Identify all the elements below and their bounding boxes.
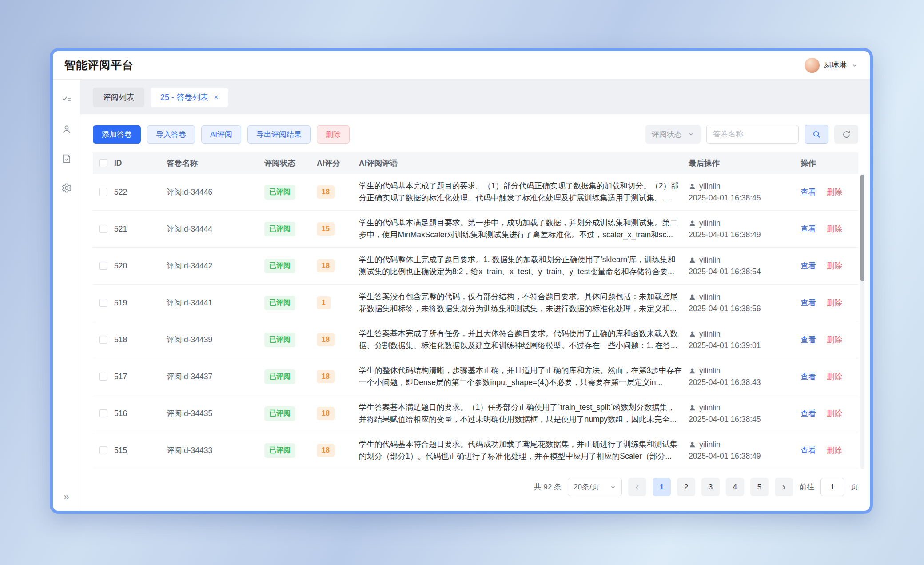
row-time: 2025-04-01 16:38:54 <box>689 267 794 276</box>
row-last-op: yilinlin 2025-04-01 16:38:49 <box>689 440 801 461</box>
pagination: 共 92 条 20条/页 ‹ 12345 › 前往 页 <box>80 478 858 496</box>
delete-link[interactable]: 删除 <box>827 371 842 382</box>
close-icon[interactable]: × <box>214 93 219 102</box>
row-name: 评阅id-34435 <box>167 408 264 419</box>
row-checkbox[interactable] <box>99 225 107 233</box>
page-size-select[interactable]: 20条/页 <box>568 478 622 496</box>
score-badge: 15 <box>317 222 335 236</box>
settings-icon[interactable] <box>61 183 72 193</box>
row-checkbox[interactable] <box>99 373 107 381</box>
document-check-icon[interactable] <box>61 153 72 164</box>
row-operator: yilinlin <box>699 293 721 302</box>
row-checkbox[interactable] <box>99 299 107 307</box>
tasks-icon[interactable] <box>61 95 72 105</box>
row-checkbox[interactable] <box>99 188 107 196</box>
row-last-op: yilinlin 2025-04-01 16:38:43 <box>689 366 801 387</box>
user-menu[interactable]: 易琳琳 <box>805 58 858 73</box>
view-link[interactable]: 查看 <box>801 187 816 197</box>
row-checkbox[interactable] <box>99 262 107 270</box>
export-results-button[interactable]: 导出评阅结果 <box>247 125 311 144</box>
row-last-op: yilinlin 2025-04-01 16:38:56 <box>689 293 801 313</box>
scrollbar-thumb[interactable] <box>860 175 864 281</box>
status-badge: 已评阅 <box>264 443 295 458</box>
add-answer-button[interactable]: 添加答卷 <box>93 125 141 144</box>
status-badge: 已评阅 <box>264 259 295 273</box>
page-title: 智能评阅平台 <box>64 58 134 72</box>
row-id: 522 <box>114 188 167 197</box>
main-area: 评阅列表 25 - 答卷列表 × 添加答卷 导入答卷 AI评阅 导出评阅结果 删… <box>80 80 870 511</box>
page-button-3[interactable]: 3 <box>701 478 720 496</box>
page-unit-label: 页 <box>851 482 858 492</box>
sidebar-expand-icon[interactable]: » <box>64 491 69 503</box>
tab-answer-list[interactable]: 25 - 答卷列表 × <box>151 88 228 107</box>
row-checkbox[interactable] <box>99 446 107 454</box>
tab-review-list[interactable]: 评阅列表 <box>93 88 144 107</box>
goto-page-input[interactable] <box>820 478 844 496</box>
delete-link[interactable]: 删除 <box>827 408 842 419</box>
search-button[interactable] <box>805 125 828 144</box>
row-id: 520 <box>114 261 167 271</box>
table-row: 517 评阅id-34437 已评阅 18 学生的整体代码结构清晰，步骤基本正确… <box>93 358 858 395</box>
view-link[interactable]: 查看 <box>801 260 816 271</box>
row-name: 评阅id-34444 <box>167 224 264 234</box>
import-answer-button[interactable]: 导入答卷 <box>147 125 195 144</box>
search-input[interactable] <box>706 125 799 144</box>
table-row: 515 评阅id-34433 已评阅 18 学生的代码基本符合题目要求。代码成功… <box>93 432 858 469</box>
row-name: 评阅id-34441 <box>167 297 264 308</box>
row-id: 521 <box>114 224 167 234</box>
col-comment: AI评阅评语 <box>359 158 689 168</box>
user-icon[interactable] <box>61 124 72 135</box>
table-body: 522 评阅id-34446 已评阅 18 学生的代码基本完成了题目的要求。（1… <box>93 174 858 469</box>
row-comment: 学生答案基本完成了所有任务，并且大体符合题目要求。代码使用了正确的库和函数来载入… <box>359 329 678 350</box>
delete-link[interactable]: 删除 <box>827 224 842 234</box>
refresh-icon <box>842 130 851 139</box>
next-page-button[interactable]: › <box>775 478 793 496</box>
page-button-5[interactable]: 5 <box>750 478 769 496</box>
view-link[interactable]: 查看 <box>801 334 816 345</box>
view-link[interactable]: 查看 <box>801 224 816 234</box>
page-button-2[interactable]: 2 <box>677 478 695 496</box>
page-button-1[interactable]: 1 <box>653 478 671 496</box>
row-checkbox[interactable] <box>99 409 107 417</box>
status-filter-select[interactable]: 评阅状态 <box>645 125 701 144</box>
row-operator: yilinlin <box>699 403 721 413</box>
view-link[interactable]: 查看 <box>801 297 816 308</box>
select-all-checkbox[interactable] <box>99 159 107 167</box>
prev-page-button[interactable]: ‹ <box>628 478 646 496</box>
search-icon <box>812 130 821 139</box>
row-last-op: yilinlin 2025-04-01 16:39:01 <box>689 329 801 350</box>
row-id: 519 <box>114 298 167 308</box>
refresh-button[interactable] <box>834 125 858 144</box>
row-name: 评阅id-34439 <box>167 334 264 345</box>
row-operator: yilinlin <box>699 329 721 339</box>
row-operator: yilinlin <box>699 256 721 265</box>
delete-link[interactable]: 删除 <box>827 260 842 271</box>
table-row: 521 评阅id-34444 已评阅 15 学生的代码基本满足题目要求。第一步中… <box>93 211 858 248</box>
row-comment: 学生的代码基本符合题目要求。代码成功加载了鸢尾花数据集，并正确进行了训练集和测试… <box>359 440 678 461</box>
view-link[interactable]: 查看 <box>801 408 816 419</box>
delete-link[interactable]: 删除 <box>827 334 842 345</box>
delete-link[interactable]: 删除 <box>827 297 842 308</box>
avatar[interactable] <box>805 58 820 73</box>
table-scrollbar[interactable] <box>860 174 864 469</box>
delete-link[interactable]: 删除 <box>827 187 842 197</box>
row-checkbox[interactable] <box>99 336 107 344</box>
page-button-4[interactable]: 4 <box>726 478 744 496</box>
delete-button[interactable]: 删除 <box>317 125 350 144</box>
row-id: 516 <box>114 409 167 418</box>
status-badge: 已评阅 <box>264 333 295 347</box>
score-badge: 18 <box>317 370 335 383</box>
table-row: 520 评阅id-34442 已评阅 18 学生的代码整体上完成了题目要求。1.… <box>93 248 858 285</box>
delete-link[interactable]: 删除 <box>827 445 842 456</box>
ai-review-button[interactable]: AI评阅 <box>201 125 241 144</box>
row-id: 518 <box>114 335 167 345</box>
row-operator: yilinlin <box>699 182 721 191</box>
col-score: AI评分 <box>317 158 359 168</box>
user-icon <box>689 183 696 190</box>
row-comment: 学生的整体代码结构清晰，步骤基本正确，并且适用了正确的库和方法。然而，在第3步中… <box>359 366 682 387</box>
user-name: 易琳琳 <box>824 60 847 70</box>
view-link[interactable]: 查看 <box>801 445 816 456</box>
row-time: 2025-04-01 16:38:49 <box>689 230 794 240</box>
view-link[interactable]: 查看 <box>801 371 816 382</box>
content-panel: 添加答卷 导入答卷 AI评阅 导出评阅结果 删除 评阅状态 <box>80 114 870 511</box>
